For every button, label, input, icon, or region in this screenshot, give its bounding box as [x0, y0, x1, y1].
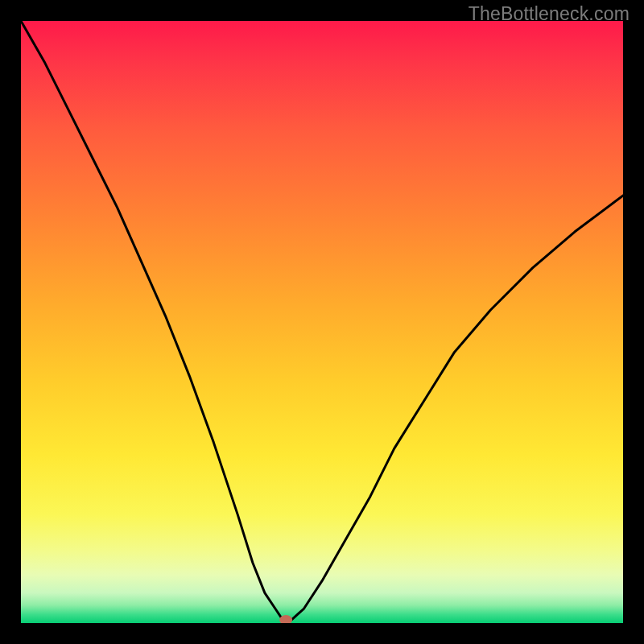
chart-container: TheBottleneck.com	[0, 0, 644, 644]
watermark-text: TheBottleneck.com	[469, 3, 630, 25]
plot-area	[21, 21, 623, 623]
bottleneck-curve	[21, 21, 623, 623]
